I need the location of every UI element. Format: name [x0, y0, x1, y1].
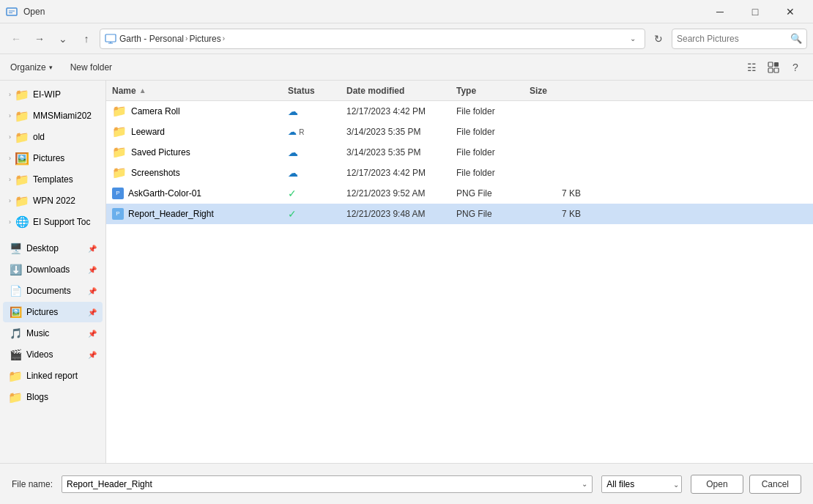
- folder-icon: 📁: [15, 88, 29, 101]
- sidebar-item-label: Videos: [26, 349, 83, 360]
- sidebar-item-eisupport[interactable]: › 🌐 EI Support Toc: [3, 212, 103, 232]
- file-type-select[interactable]: All files PNG Files JPEG Files BMP Files…: [601, 475, 682, 493]
- sidebar-item-label: Downloads: [26, 264, 83, 275]
- folder-icon: 📁: [15, 194, 29, 207]
- col-header-name[interactable]: Name ▲: [112, 86, 288, 96]
- sidebar-item-pictures-tree[interactable]: › 🖼️ Pictures: [3, 148, 103, 168]
- pin-icon: 📌: [88, 351, 97, 359]
- sidebar-item-el-wip[interactable]: › 📁 EI-WIP: [3, 84, 103, 105]
- sidebar-item-templates[interactable]: › 📁 Templates: [3, 169, 103, 190]
- search-icon[interactable]: 🔍: [790, 33, 802, 44]
- file-status-cell: ☁: [288, 147, 346, 158]
- expand-icon: ›: [9, 197, 11, 204]
- recent-locations-button[interactable]: ⌄: [53, 29, 73, 49]
- sidebar: › 📁 EI-WIP › 📁 MMSMiami202 › 📁 old › 🖼️ …: [0, 81, 106, 463]
- file-row-screenshots[interactable]: 📁 Screenshots ☁ 12/17/2023 4:42 PM File …: [106, 163, 813, 183]
- help-button[interactable]: ?: [785, 57, 806, 78]
- sidebar-item-label: MMSMiami202: [33, 111, 97, 121]
- new-folder-button[interactable]: New folder: [67, 61, 115, 74]
- file-row-camera-roll[interactable]: 📁 Camera Roll ☁ 12/17/2023 4:42 PM File …: [106, 101, 813, 122]
- pin-icon: 📌: [88, 308, 97, 316]
- sidebar-item-label: Documents: [26, 286, 83, 296]
- png-icon: P: [112, 208, 124, 220]
- new-folder-label: New folder: [70, 62, 112, 73]
- address-dropdown-button[interactable]: ⌄: [625, 32, 640, 46]
- file-status-cell: ✓: [288, 208, 346, 220]
- maximize-button[interactable]: □: [738, 0, 772, 23]
- sidebar-item-label: EI-WIP: [33, 89, 97, 100]
- file-list-header: Name ▲ Status Date modified Type Size: [106, 81, 813, 101]
- sidebar-item-videos[interactable]: 🎬 Videos 📌: [3, 344, 103, 365]
- window-title: Open: [23, 7, 45, 17]
- view-toggle-button[interactable]: [763, 57, 784, 78]
- expand-icon: ›: [9, 155, 11, 162]
- col-header-status[interactable]: Status: [288, 86, 346, 96]
- cancel-button[interactable]: Cancel: [749, 475, 801, 494]
- file-type-cell: File folder: [456, 127, 530, 137]
- file-date-cell: 12/21/2023 9:52 AM: [346, 188, 456, 199]
- file-date-cell: 12/21/2023 9:48 AM: [346, 209, 456, 219]
- sidebar-item-label: Pictures: [26, 307, 83, 317]
- file-type-cell: PNG File: [456, 188, 530, 199]
- close-button[interactable]: ✕: [773, 0, 807, 23]
- sidebar-item-linked-report[interactable]: 📁 Linked report: [3, 366, 103, 386]
- command-bar: Organize ▾ New folder ☷ ?: [0, 54, 813, 81]
- col-header-type[interactable]: Type: [456, 86, 530, 96]
- cloud-icon: ☁ R: [288, 127, 305, 137]
- address-parts: Garth - Personal › Pictures ›: [119, 34, 623, 44]
- downloads-icon: ⬇️: [9, 263, 22, 276]
- file-row-report-header-right[interactable]: P Report_Header_Right ✓ 12/21/2023 9:48 …: [106, 204, 813, 224]
- file-date-cell: 12/17/2023 4:42 PM: [346, 106, 456, 116]
- sidebar-item-documents[interactable]: 📄 Documents 📌: [3, 281, 103, 301]
- cloud-icon: ☁: [288, 147, 298, 158]
- search-input[interactable]: [677, 34, 787, 44]
- address-sep-2: ›: [223, 34, 225, 42]
- sidebar-item-old[interactable]: › 📁 old: [3, 127, 103, 147]
- sidebar-item-pictures-qs[interactable]: 🖼️ Pictures 📌: [3, 302, 103, 322]
- file-name-input[interactable]: [62, 475, 593, 493]
- address-bar[interactable]: Garth - Personal › Pictures › ⌄: [100, 29, 645, 49]
- sidebar-item-label: Pictures: [33, 153, 97, 163]
- file-name: Screenshots: [131, 168, 180, 178]
- file-row-askgarth-color[interactable]: P AskGarth-Color-01 ✓ 12/21/2023 9:52 AM…: [106, 183, 813, 204]
- organize-button[interactable]: Organize ▾: [7, 61, 56, 74]
- sidebar-item-desktop[interactable]: 🖥️ Desktop 📌: [3, 238, 103, 259]
- view-list-button[interactable]: ☷: [741, 57, 762, 78]
- bottom-buttons: Open Cancel: [691, 475, 801, 494]
- refresh-button[interactable]: ↻: [648, 29, 669, 49]
- sidebar-item-wpn2022[interactable]: › 📁 WPN 2022: [3, 190, 103, 211]
- sidebar-item-mmsMiami[interactable]: › 📁 MMSMiami202: [3, 105, 103, 126]
- svg-rect-4: [768, 68, 773, 73]
- file-row-saved-pictures[interactable]: 📁 Saved Pictures ☁ 3/14/2023 5:35 PM Fil…: [106, 142, 813, 163]
- pin-icon: 📌: [88, 266, 97, 274]
- window-icon: [6, 6, 18, 18]
- sidebar-item-music[interactable]: 🎵 Music 📌: [3, 323, 103, 344]
- file-name-cell: 📁 Screenshots: [112, 166, 288, 179]
- expand-icon: ›: [9, 133, 11, 141]
- expand-icon: ›: [9, 91, 11, 98]
- filename-dropdown-button[interactable]: ⌄: [576, 475, 593, 493]
- minimize-button[interactable]: ─: [703, 0, 737, 23]
- pin-icon: 📌: [88, 245, 97, 253]
- sort-icon: ▲: [139, 86, 146, 94]
- col-header-date[interactable]: Date modified: [346, 86, 456, 96]
- svg-rect-0: [7, 8, 17, 15]
- search-box: 🔍: [672, 29, 807, 49]
- sidebar-item-blogs[interactable]: 📁 Blogs: [3, 387, 103, 407]
- title-bar-controls: ─ □ ✕: [703, 0, 807, 23]
- back-button[interactable]: ←: [6, 29, 26, 49]
- open-button[interactable]: Open: [691, 475, 743, 494]
- col-name-label: Name: [112, 86, 136, 96]
- file-status-cell: ☁ R: [288, 127, 346, 137]
- file-status-cell: ☁: [288, 105, 346, 117]
- col-header-size[interactable]: Size: [530, 86, 581, 96]
- sidebar-item-label: Desktop: [26, 243, 83, 253]
- pictures-folder-icon: 🖼️: [15, 152, 29, 165]
- sidebar-item-downloads[interactable]: ⬇️ Downloads 📌: [3, 259, 103, 280]
- forward-button[interactable]: →: [29, 29, 50, 49]
- file-type-cell: File folder: [456, 147, 530, 158]
- file-type-select-wrap: All files PNG Files JPEG Files BMP Files…: [601, 475, 682, 493]
- documents-icon: 📄: [9, 284, 22, 297]
- up-button[interactable]: ↑: [76, 29, 97, 49]
- file-row-leeward[interactable]: 📁 Leeward ☁ R 3/14/2023 5:35 PM File fol…: [106, 122, 813, 142]
